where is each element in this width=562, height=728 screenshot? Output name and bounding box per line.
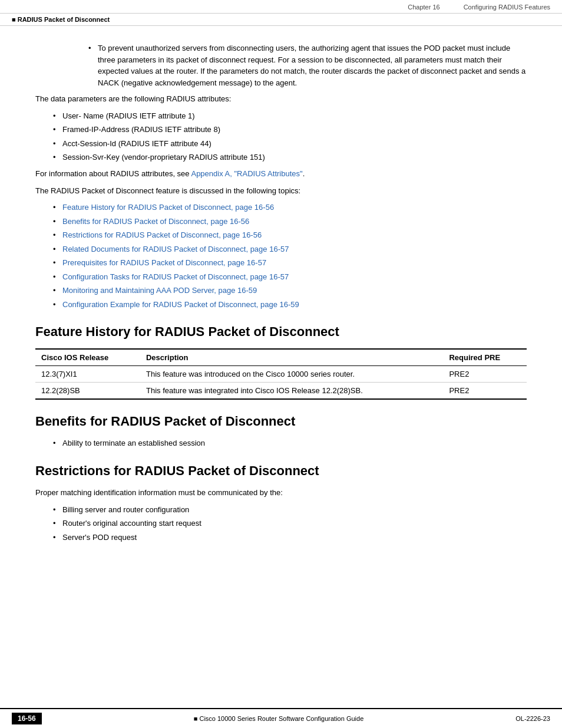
topic-item-2: Benefits for RADIUS Packet of Disconnect… bbox=[53, 216, 527, 228]
table-row: 12.3(7)XI1 This feature was introduced o… bbox=[35, 365, 527, 382]
table-row: 12.2(28)SB This feature was integrated i… bbox=[35, 382, 527, 399]
topic-item-4: Related Documents for RADIUS Packet of D… bbox=[53, 243, 527, 255]
col-header-pre: Required PRE bbox=[443, 349, 527, 366]
table-header-row: Cisco IOS Release Description Required P… bbox=[35, 349, 527, 366]
restriction-item-2: Router's original accounting start reque… bbox=[53, 518, 527, 529]
intro-bullet-item: To prevent unauthorized servers from dis… bbox=[88, 42, 527, 88]
col-header-description: Description bbox=[140, 349, 443, 366]
benefit-item-1: Ability to terminate an established sess… bbox=[53, 437, 527, 449]
topic-item-5: Prerequisites for RADIUS Packet of Disco… bbox=[53, 257, 527, 269]
feature-history-table: Cisco IOS Release Description Required P… bbox=[35, 348, 527, 400]
attr-item-2: Framed-IP-Address (RADIUS IETF attribute… bbox=[53, 124, 527, 136]
data-params-label: The data parameters are the following RA… bbox=[35, 93, 527, 106]
attr-item-3: Acct-Session-Id (RADIUS IETF attribute 4… bbox=[53, 138, 527, 150]
footer-doc-num: OL-2226-23 bbox=[515, 715, 550, 722]
appendix-ref: For information about RADIUS attributes,… bbox=[35, 168, 527, 180]
attr-item-4: Session-Svr-Key (vendor-proprietary RADI… bbox=[53, 151, 527, 163]
footer-icon: ■ bbox=[194, 715, 198, 722]
topic-item-6: Configuration Tasks for RADIUS Packet of… bbox=[53, 271, 527, 283]
restriction-item-3: Server's POD request bbox=[53, 532, 527, 543]
cell-desc-2: This feature was integrated into Cisco I… bbox=[140, 382, 443, 399]
feature-history-heading: Feature History for RADIUS Packet of Dis… bbox=[35, 324, 527, 340]
topics-list: Feature History for RADIUS Packet of Dis… bbox=[35, 202, 527, 310]
attr-item-1: User- Name (RADIUS IETF attribute 1) bbox=[53, 110, 527, 122]
topic-item-1: Feature History for RADIUS Packet of Dis… bbox=[53, 202, 527, 213]
restrictions-intro: Proper matching identification informati… bbox=[35, 487, 527, 499]
main-content: To prevent unauthorized servers from dis… bbox=[0, 26, 562, 708]
cell-desc-1: This feature was introduced on the Cisco… bbox=[140, 365, 443, 382]
cell-release-1: 12.3(7)XI1 bbox=[35, 365, 140, 382]
topic-link-7[interactable]: Monitoring and Maintaining AAA POD Serve… bbox=[62, 286, 257, 295]
page-header: Chapter 16 Configuring RADIUS Features bbox=[0, 0, 562, 14]
cell-pre-1: PRE2 bbox=[443, 365, 527, 382]
restriction-item-1: Billing server and router configuration bbox=[53, 504, 527, 516]
topic-item-8: Configuration Example for RADIUS Packet … bbox=[53, 299, 527, 311]
breadcrumb: ■ RADIUS Packet of Disconnect bbox=[0, 14, 562, 26]
restrictions-list: Billing server and router configuration … bbox=[35, 504, 527, 543]
cell-pre-2: PRE2 bbox=[443, 382, 527, 399]
topic-link-6[interactable]: Configuration Tasks for RADIUS Packet of… bbox=[62, 272, 289, 281]
topics-label: The RADIUS Packet of Disconnect feature … bbox=[35, 185, 527, 197]
intro-bullet-list: To prevent unauthorized servers from dis… bbox=[71, 42, 527, 88]
topic-link-2[interactable]: Benefits for RADIUS Packet of Disconnect… bbox=[62, 217, 249, 226]
restrictions-heading: Restrictions for RADIUS Packet of Discon… bbox=[35, 463, 527, 479]
cell-release-2: 12.2(28)SB bbox=[35, 382, 140, 399]
topic-link-3[interactable]: Restrictions for RADIUS Packet of Discon… bbox=[62, 230, 262, 239]
attributes-list: User- Name (RADIUS IETF attribute 1) Fra… bbox=[35, 110, 527, 163]
benefits-heading: Benefits for RADIUS Packet of Disconnect bbox=[35, 414, 527, 429]
chapter-info: Chapter 16 Configuring RADIUS Features bbox=[408, 4, 550, 11]
benefits-list: Ability to terminate an established sess… bbox=[35, 437, 527, 449]
page: Chapter 16 Configuring RADIUS Features ■… bbox=[0, 0, 562, 728]
topic-item-3: Restrictions for RADIUS Packet of Discon… bbox=[53, 229, 527, 241]
appendix-link[interactable]: Appendix A, "RADIUS Attributes" bbox=[191, 169, 302, 178]
intro-bullet-block: To prevent unauthorized servers from dis… bbox=[71, 42, 527, 88]
chapter-title: Configuring RADIUS Features bbox=[464, 4, 550, 11]
topic-item-7: Monitoring and Maintaining AAA POD Serve… bbox=[53, 285, 527, 297]
breadcrumb-text: ■ RADIUS Packet of Disconnect bbox=[12, 16, 110, 23]
col-header-release: Cisco IOS Release bbox=[35, 349, 140, 366]
chapter-label: Chapter 16 bbox=[408, 4, 439, 11]
page-number: 16-56 bbox=[12, 713, 42, 724]
topic-link-4[interactable]: Related Documents for RADIUS Packet of D… bbox=[62, 245, 289, 253]
footer-title: ■ Cisco 10000 Series Router Software Con… bbox=[194, 715, 364, 722]
page-footer: 16-56 ■ Cisco 10000 Series Router Softwa… bbox=[0, 708, 562, 728]
topic-link-5[interactable]: Prerequisites for RADIUS Packet of Disco… bbox=[62, 258, 266, 267]
topic-link-8[interactable]: Configuration Example for RADIUS Packet … bbox=[62, 300, 299, 309]
topic-link-1[interactable]: Feature History for RADIUS Packet of Dis… bbox=[62, 203, 274, 212]
